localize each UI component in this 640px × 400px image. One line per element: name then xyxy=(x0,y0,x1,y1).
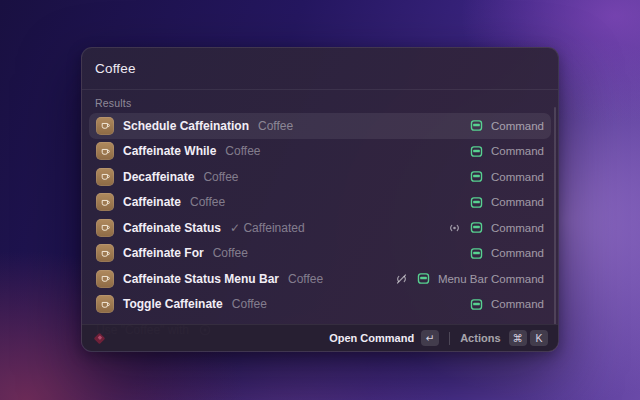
list-item[interactable]: Caffeinate Status Menu Bar Coffee Menu B… xyxy=(89,266,551,292)
item-accessory-label: Command xyxy=(491,171,544,183)
list-item[interactable]: Caffeinate Status ✓ Caffeinated Command xyxy=(89,215,551,241)
coffee-extension-icon xyxy=(96,295,114,313)
item-accessory-label: Menu Bar Command xyxy=(438,273,544,285)
coffee-extension-icon xyxy=(96,117,114,135)
item-subtitle: Coffee xyxy=(225,144,260,158)
item-title: Toggle Caffeinate xyxy=(123,297,223,311)
broadcast-icon xyxy=(447,221,462,235)
list-item[interactable]: Caffeinate Coffee Command xyxy=(89,190,551,216)
command-icon xyxy=(470,145,483,158)
list-item[interactable]: Schedule Caffeination Coffee Command xyxy=(89,113,551,139)
footer-bar: Open Command ↵ Actions ⌘ K xyxy=(82,324,558,351)
coffee-extension-icon xyxy=(96,142,114,160)
item-subtitle: Coffee xyxy=(203,170,238,184)
return-key-badge: ↵ xyxy=(421,330,439,346)
item-accessory-label: Command xyxy=(491,120,544,132)
item-subtitle: Coffee xyxy=(288,272,323,286)
item-subtitle: Coffee xyxy=(213,246,248,260)
item-title: Caffeinate Status xyxy=(123,221,221,235)
command-palette-window: Coffee Results Schedule Caffeination Cof… xyxy=(81,47,559,352)
command-icon xyxy=(470,247,483,260)
coffee-extension-icon xyxy=(96,270,114,288)
command-icon xyxy=(417,272,430,285)
item-accessory-label: Command xyxy=(491,145,544,157)
open-command-button[interactable]: Open Command xyxy=(329,332,414,344)
item-title: Caffeinate Status Menu Bar xyxy=(123,272,279,286)
search-input[interactable]: Coffee xyxy=(95,61,136,76)
coffee-extension-icon xyxy=(96,219,114,237)
list-item[interactable]: Caffeinate While Coffee Command xyxy=(89,139,551,165)
actions-button[interactable]: Actions xyxy=(460,332,500,344)
item-title: Decaffeinate xyxy=(123,170,194,184)
item-accessory-label: Command xyxy=(491,247,544,259)
list-item[interactable]: Toggle Caffeinate Coffee Command xyxy=(89,292,551,318)
item-subtitle: Coffee xyxy=(232,297,267,311)
coffee-extension-icon xyxy=(96,244,114,262)
item-accessory-label: Command xyxy=(491,222,544,234)
command-icon xyxy=(470,119,483,132)
broadcast-off-icon xyxy=(394,272,409,286)
results-section-label: Results xyxy=(95,97,558,109)
list-item[interactable]: Decaffeinate Coffee Command xyxy=(89,164,551,190)
command-icon xyxy=(470,298,483,311)
coffee-extension-icon xyxy=(96,168,114,186)
list-item[interactable]: Caffeinate For Coffee Command xyxy=(89,241,551,267)
command-icon xyxy=(470,170,483,183)
raycast-logo-icon xyxy=(92,331,107,346)
footer-divider xyxy=(449,332,450,345)
item-subtitle: Coffee xyxy=(258,119,293,133)
results-list: Schedule Caffeination Coffee Command Caf… xyxy=(82,112,558,317)
command-icon xyxy=(470,196,483,209)
cmd-key-badge: ⌘ xyxy=(509,330,528,346)
item-subtitle: ✓ Caffeinated xyxy=(230,221,305,235)
item-title: Caffeinate While xyxy=(123,144,216,158)
scrollbar[interactable] xyxy=(554,107,556,326)
item-accessory-label: Command xyxy=(491,196,544,208)
search-bar[interactable]: Coffee xyxy=(82,48,558,90)
command-icon xyxy=(470,221,483,234)
k-key-badge: K xyxy=(530,330,548,346)
item-subtitle: Coffee xyxy=(190,195,225,209)
item-title: Schedule Caffeination xyxy=(123,119,249,133)
coffee-extension-icon xyxy=(96,193,114,211)
item-title: Caffeinate xyxy=(123,195,181,209)
item-title: Caffeinate For xyxy=(123,246,204,260)
item-accessory-label: Command xyxy=(491,298,544,310)
